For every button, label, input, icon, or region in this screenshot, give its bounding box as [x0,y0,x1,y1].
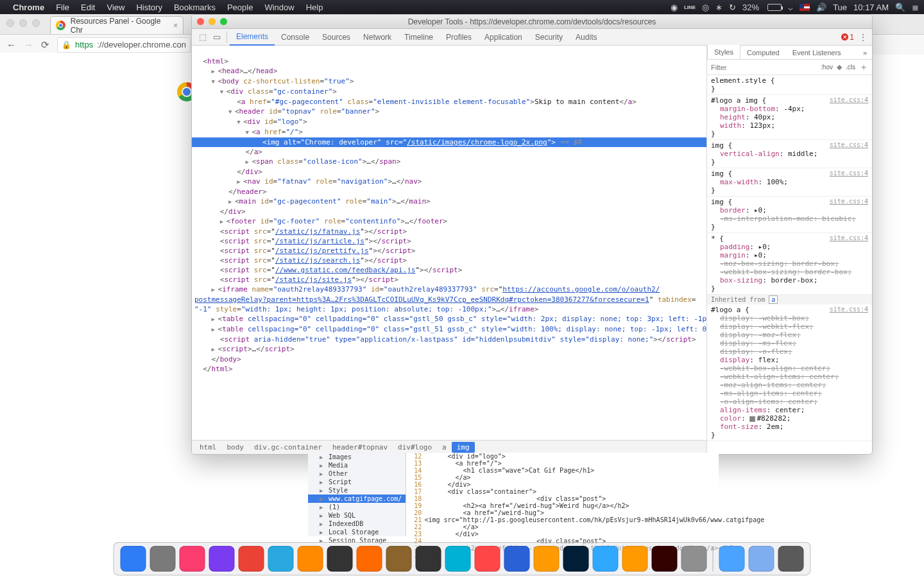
dock-app[interactable] [778,546,804,572]
new-style-rule-button[interactable]: ＋ [859,62,868,73]
devtools-titlebar[interactable]: Developer Tools - https://developer.chro… [192,15,872,29]
dock-app[interactable] [327,546,353,572]
menu-view[interactable]: View [107,3,124,12]
timemachine-icon[interactable]: ↻ [729,3,736,12]
dock-app[interactable] [357,546,382,572]
dock[interactable] [114,542,811,575]
lock-icon: 🔒 [62,40,71,49]
menu-people[interactable]: People [227,3,253,12]
sidebar-tabs-more-icon[interactable]: » [858,46,872,59]
dock-app[interactable] [298,546,323,572]
macos-menubar: Chrome File Edit View History Bookmarks … [0,0,924,14]
dock-app[interactable] [719,546,745,572]
inspect-element-icon[interactable]: ⬚ [196,32,210,42]
url-scheme: https [75,40,93,49]
reload-button[interactable]: ⟳ [41,39,49,51]
menu-edit[interactable]: Edit [81,3,95,12]
tab-timeline[interactable]: Timeline [398,29,440,46]
cc-icon[interactable]: ◉ [671,3,678,12]
elements-breadcrumbs[interactable]: htmlbodydiv.gc-containerheader#topnavdiv… [192,440,706,454]
clock-day[interactable]: Tue [833,3,847,12]
battery-pct: 32% [742,3,759,12]
url-rest: ://developer.chrome.con [97,40,186,49]
back-button[interactable]: ← [6,39,16,50]
devtools-window: Developer Tools - https://developer.chro… [191,14,873,455]
styles-filter-bar: :hov ◆ .cls ＋ [707,60,872,75]
devtools-toolbar: ⬚ ▭ Elements Console Sources Network Tim… [192,29,872,46]
window-traffic-lights[interactable] [6,19,40,27]
devtools-traffic-lights[interactable] [197,18,227,25]
devtools-more-icon[interactable]: ⋮ [859,33,867,42]
page-content-behind [0,53,191,578]
elements-tree[interactable]: <html> <head>…</head> <body cz-shortcut-… [192,46,706,440]
tab-close-button[interactable]: × [173,21,178,30]
menu-file[interactable]: File [56,3,69,12]
dock-app[interactable] [386,546,412,572]
dock-app[interactable] [534,546,560,572]
tab-sources[interactable]: Sources [316,29,357,46]
tab-network[interactable]: Network [357,29,398,46]
tab-profiles[interactable]: Profiles [440,29,478,46]
menu-help[interactable]: Help [306,3,323,12]
browser-tab[interactable]: Resources Panel - Google Chr × [50,16,184,34]
contrast-icon[interactable]: ◆ [837,63,842,71]
dock-app[interactable] [504,546,530,572]
dock-app[interactable] [622,546,648,572]
dock-app[interactable] [239,546,264,572]
input-flag-icon[interactable] [800,4,810,11]
styles-rules[interactable]: element.style {}#logo a img {site.css:4m… [707,75,872,454]
menu-history[interactable]: History [136,3,162,12]
wifi-icon[interactable]: ⌵ [788,3,793,12]
styles-filter-input[interactable] [711,64,817,71]
forward-button: → [24,39,33,50]
resources-tree[interactable]: ImagesMediaOtherScriptStylewww.catgifpag… [308,453,406,536]
tab-favicon-icon [56,21,65,30]
volume-icon[interactable]: 🔊 [816,3,826,12]
device-toolbar-icon[interactable]: ▭ [210,32,224,42]
hov-toggle[interactable]: :hov [821,64,833,71]
sidebar-tab-eventlisteners[interactable]: Event Listeners [786,46,848,59]
tab-application[interactable]: Application [478,29,529,46]
battery-icon[interactable] [766,4,782,11]
dock-app[interactable] [445,546,471,572]
sidebar-tab-styles[interactable]: Styles [707,45,740,59]
tab-console[interactable]: Console [275,29,316,46]
dock-app[interactable] [150,546,176,572]
dock-app[interactable] [749,546,774,572]
menu-window[interactable]: Window [264,3,294,12]
menu-bookmarks[interactable]: Bookmarks [174,3,216,12]
spotlight-icon[interactable]: 🔍 [895,3,905,12]
dock-app[interactable] [681,546,707,572]
dock-app[interactable] [180,546,205,572]
app-name[interactable]: Chrome [13,3,44,12]
dock-app[interactable] [121,546,146,572]
bluetooth-icon[interactable]: ∗ [715,3,723,12]
background-devtools-resources: ImagesMediaOtherScriptStylewww.catgifpag… [308,453,719,536]
dock-app[interactable] [652,546,678,572]
dock-app[interactable] [209,546,235,572]
tab-elements[interactable]: Elements [230,29,275,46]
sidebar-tab-computed[interactable]: Computed [740,46,786,59]
notification-center-icon[interactable]: ≣ [912,3,919,12]
dock-app[interactable] [416,546,441,572]
tab-security[interactable]: Security [529,29,569,46]
code-lines: <div id="logo"> <a href="/"> <h1 class="… [424,453,764,536]
cls-toggle[interactable]: .cls [846,64,855,71]
dock-app[interactable] [268,546,294,572]
devtools-title: Developer Tools - https://developer.chro… [408,17,656,26]
styles-sidebar: Styles Computed Event Listeners » :hov ◆… [706,46,872,454]
tab-title: Resources Panel - Google Chr [71,17,173,35]
dock-app[interactable] [593,546,619,572]
dock-app[interactable] [563,546,589,572]
address-bar[interactable]: 🔒 https://developer.chrome.con [57,37,191,53]
error-badge[interactable]: ✕1 [841,33,854,42]
code-gutter: 121314151617181920212223242526 [406,453,424,536]
sidebar-tabs: Styles Computed Event Listeners » [707,46,872,60]
dock-app[interactable] [475,546,501,572]
status-icon[interactable]: ◎ [702,3,709,12]
clock-time: 10:17 AM [853,3,889,12]
tab-audits[interactable]: Audits [569,29,603,46]
line-icon[interactable]: LINE [684,4,696,10]
